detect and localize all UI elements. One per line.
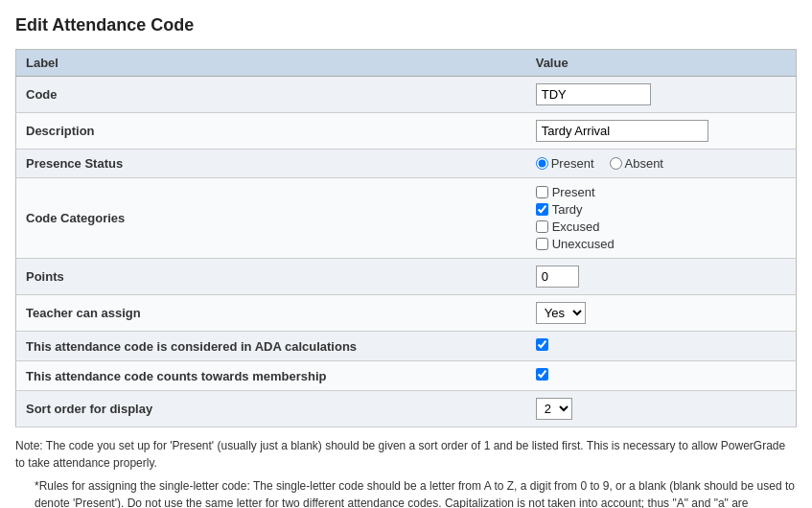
radio-input-present[interactable] [536, 157, 548, 170]
table-row: Points [16, 259, 797, 295]
row-label: This attendance code counts towards memb… [16, 361, 526, 391]
row-value [526, 259, 797, 295]
row-value [526, 332, 797, 361]
checkbox-excused[interactable] [536, 220, 548, 233]
checkbox-label-excused[interactable]: Excused [536, 219, 786, 234]
note2-text: *Rules for assigning the single-letter c… [15, 477, 797, 508]
row-value: 12345 [526, 391, 797, 427]
select-sort-order-for-display[interactable]: 12345 [536, 398, 572, 420]
table-row: This attendance code counts towards memb… [16, 361, 797, 391]
row-label: Teacher can assign [16, 295, 526, 332]
text-input-code[interactable] [536, 83, 651, 105]
row-value: PresentTardyExcusedUnexcused [526, 178, 797, 259]
checkbox-label-present[interactable]: Present [536, 185, 786, 199]
radio-input-absent[interactable] [610, 157, 622, 170]
row-value [526, 77, 797, 113]
row-value [526, 113, 797, 150]
text-input-points[interactable] [536, 266, 579, 288]
table-row: Teacher can assignYesNo [16, 295, 797, 332]
checkbox-unexcused[interactable] [536, 238, 548, 250]
row-value: PresentAbsent [526, 150, 797, 178]
col-header-label: Label [16, 50, 526, 77]
col-header-value: Value [526, 50, 797, 77]
row-value: YesNo [526, 295, 797, 332]
checkbox-label-unexcused[interactable]: Unexcused [536, 237, 786, 251]
checkbox-label-tardy[interactable]: Tardy [536, 202, 786, 217]
row-label: Code [16, 77, 526, 113]
page-title: Edit Attendance Code [15, 15, 797, 35]
checkbox-this-attendance-code-is-consid[interactable] [536, 338, 548, 351]
text-input-description[interactable] [536, 120, 708, 142]
checkbox-tardy[interactable] [536, 203, 548, 216]
table-row: Sort order for display12345 [16, 391, 797, 427]
row-label: Code Categories [16, 178, 526, 259]
table-row: This attendance code is considered in AD… [16, 332, 797, 361]
radio-label-absent[interactable]: Absent [610, 156, 663, 171]
checkbox-present[interactable] [536, 186, 548, 198]
row-label: Sort order for display [16, 391, 526, 427]
note1-text: Note: The code you set up for 'Present' … [15, 437, 797, 472]
table-row: Code [16, 77, 797, 113]
row-label: Presence Status [16, 150, 526, 178]
notes-section: Note: The code you set up for 'Present' … [15, 437, 797, 508]
table-row: Description [16, 113, 797, 150]
row-label: This attendance code is considered in AD… [16, 332, 526, 361]
table-row: Presence StatusPresentAbsent [16, 150, 797, 178]
row-label: Description [16, 113, 526, 150]
table-row: Code CategoriesPresentTardyExcusedUnexcu… [16, 178, 797, 259]
attendance-code-table: Label Value CodeDescriptionPresence Stat… [15, 49, 797, 427]
row-label: Points [16, 259, 526, 295]
row-value [526, 361, 797, 391]
checkbox-this-attendance-code-counts-to[interactable] [536, 368, 548, 381]
select-teacher-can-assign[interactable]: YesNo [536, 302, 586, 324]
radio-label-present[interactable]: Present [536, 156, 594, 171]
